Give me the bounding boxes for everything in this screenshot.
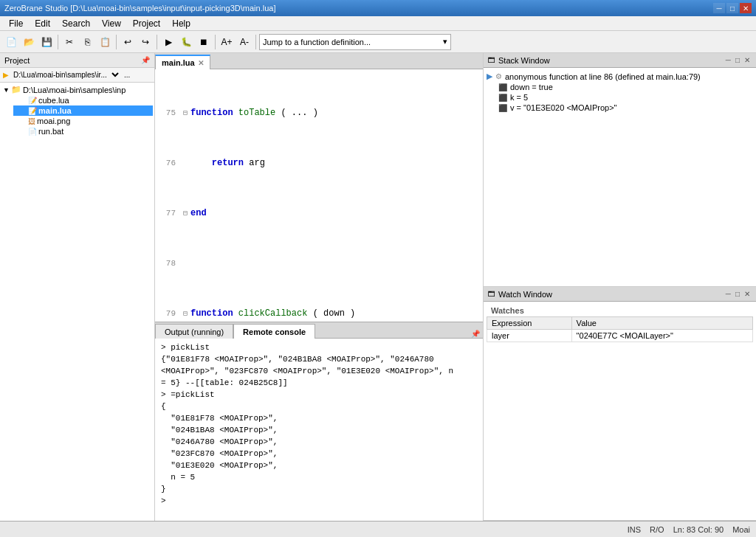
watch-close-button[interactable]: ✕ xyxy=(743,290,752,298)
output-line-1: {"01E81F78 <MOAIProp>", "024B1BA8 <MOAIP… xyxy=(161,353,477,377)
watch-maximize-button[interactable]: □ xyxy=(734,290,741,298)
copy-button[interactable]: ⎘ xyxy=(79,34,95,50)
tree-file-run[interactable]: 📄 run.bat xyxy=(13,126,153,136)
tab-main-lua[interactable]: main.lua ✕ xyxy=(155,55,210,69)
stack-item-label-1: down = true xyxy=(510,83,553,91)
output-line-4: { xyxy=(161,401,477,412)
output-content[interactable]: > pickList {"01E81F78 <MOAIProp>", "024B… xyxy=(155,339,483,521)
main-split: Project 📌 ▶ D:\Lua\moai-bin\samples\ir..… xyxy=(0,53,756,521)
stack-item-label-3: v = "01E3E020 <MOAIProp>" xyxy=(510,103,616,112)
font-inc-button[interactable]: A+ xyxy=(219,34,235,50)
project-path-more[interactable]: ... xyxy=(124,71,130,79)
code-line-75: 75 ⊟ function toTable ( ... ) xyxy=(158,107,480,119)
paste-button[interactable]: 📋 xyxy=(97,34,113,50)
redo-button[interactable]: ↪ xyxy=(137,34,154,50)
tree-file-label-main: main.lua xyxy=(38,106,72,115)
tree-file-cube[interactable]: 📝 cube.lua xyxy=(13,95,153,105)
toolbar-sep4 xyxy=(215,35,216,49)
stack-panel-header: 🗔 Stack Window ─ □ ✕ xyxy=(484,53,756,68)
menu-help[interactable]: Help xyxy=(166,17,196,30)
watch-label: Watches xyxy=(487,305,753,316)
toolbar-sep3 xyxy=(157,35,157,49)
output-panel: Output (running) Remote console 📌 > pick… xyxy=(155,322,483,521)
debug-button[interactable]: 🐛 xyxy=(178,34,194,50)
code-line-78: 78 xyxy=(158,257,480,270)
menu-view[interactable]: View xyxy=(96,17,127,30)
stack-item-label-0: anonymous function at line 86 (defined a… xyxy=(505,72,701,81)
undo-button[interactable]: ↩ xyxy=(120,34,136,50)
fold-icon-77[interactable]: ⊟ xyxy=(183,207,188,220)
maximize-button[interactable]: □ xyxy=(726,3,738,13)
stack-panel: 🗔 Stack Window ─ □ ✕ ▶ ⚙ anonymous funct… xyxy=(484,53,756,287)
font-dec-button[interactable]: A- xyxy=(236,34,252,50)
output-line-10: n = 5 xyxy=(161,471,477,483)
output-line-9: "01E3E020 <MOAIProp>", xyxy=(161,460,477,471)
output-line-11: } xyxy=(161,483,477,495)
output-pin-icon: 📌 xyxy=(471,330,480,338)
stack-panel-icon: 🗔 xyxy=(488,56,495,64)
stack-panel-title: Stack Window xyxy=(498,56,550,65)
status-ro: R/O xyxy=(650,525,664,534)
menu-search[interactable]: Search xyxy=(56,17,96,30)
tree-file-label-run: run.bat xyxy=(38,127,63,136)
output-line-8: "023FC870 <MOAIProp>", xyxy=(161,448,477,460)
cut-button[interactable]: ✂ xyxy=(61,34,78,50)
project-path: ▶ D:\Lua\moai-bin\samples\ir... ... xyxy=(0,68,154,83)
tab-main-lua-close[interactable]: ✕ xyxy=(198,59,204,67)
code-line-76: 76 return arg xyxy=(158,157,480,170)
stack-maximize-button[interactable]: □ xyxy=(734,56,741,64)
stack-item-3: ⬛ v = "01E3E020 <MOAIProp>" xyxy=(487,103,753,113)
run-button[interactable]: ▶ xyxy=(160,34,176,50)
output-tab-remote[interactable]: Remote console xyxy=(233,324,315,339)
tree-folder-icon: 📁 xyxy=(11,85,21,94)
titlebar-title: ZeroBrane Studio [D:\Lua\moai-bin\sample… xyxy=(4,4,275,13)
watch-panel-icon: 🗔 xyxy=(488,290,495,298)
menu-edit[interactable]: Edit xyxy=(29,17,56,30)
watch-panel-header: 🗔 Watch Window ─ □ ✕ xyxy=(484,287,756,302)
minimize-button[interactable]: ─ xyxy=(713,3,725,13)
stack-var-icon-2: ⬛ xyxy=(498,94,507,102)
project-tree: ▼ 📁 D:\Lua\moai-bin\samples\inp 📝 cube.l… xyxy=(0,83,154,521)
save-button[interactable]: 💾 xyxy=(38,34,55,50)
stack-close-button[interactable]: ✕ xyxy=(743,56,752,64)
watch-panel-header-left: 🗔 Watch Window xyxy=(488,290,552,299)
output-tab-running-label: Output (running) xyxy=(165,328,224,336)
output-line-0: > pickList xyxy=(161,342,477,353)
watch-col-expr: Expression xyxy=(487,317,572,330)
stack-panel-header-left: 🗔 Stack Window xyxy=(488,56,550,65)
watch-panel-title: Watch Window xyxy=(498,290,552,299)
titlebar-controls: ─ □ ✕ xyxy=(713,3,752,13)
toolbar-sep2 xyxy=(116,35,117,49)
output-header-right: 📌 xyxy=(471,330,480,338)
function-combo[interactable]: Jump to a function definition... ▾ xyxy=(259,34,451,50)
open-button[interactable]: 📂 xyxy=(21,34,37,50)
tree-file-icon-moai: 🖼 xyxy=(28,117,35,125)
fold-icon-79[interactable]: ⊟ xyxy=(183,308,188,320)
new-button[interactable]: 📄 xyxy=(3,34,19,50)
status-position: Ln: 83 Col: 90 xyxy=(673,525,724,534)
project-path-select[interactable]: D:\Lua\moai-bin\samples\ir... xyxy=(10,70,121,80)
stack-item-0: ▶ ⚙ anonymous function at line 86 (defin… xyxy=(487,71,753,82)
tree-file-label-moai: moai.png xyxy=(37,117,70,125)
stack-minimize-button[interactable]: ─ xyxy=(724,56,732,64)
output-tabs: Output (running) Remote console 📌 xyxy=(155,322,483,339)
output-tab-running[interactable]: Output (running) xyxy=(155,324,233,339)
tree-root-folder[interactable]: ▼ 📁 D:\Lua\moai-bin\samples\inp xyxy=(1,84,153,95)
tree-file-main[interactable]: 📝 main.lua xyxy=(13,105,153,116)
menu-file[interactable]: File xyxy=(3,17,29,30)
tree-file-moai[interactable]: 🖼 moai.png xyxy=(13,116,153,126)
stack-var-icon-1: ⬛ xyxy=(498,83,507,91)
stop-button[interactable]: ⏹ xyxy=(196,34,212,50)
stack-tree: ▶ ⚙ anonymous function at line 86 (defin… xyxy=(484,68,756,286)
menubar: File Edit Search View Project Help xyxy=(0,16,756,31)
watch-panel: 🗔 Watch Window ─ □ ✕ Watches Expres xyxy=(484,287,756,521)
watch-expr-0: layer xyxy=(487,330,572,342)
close-button[interactable]: ✕ xyxy=(740,3,752,13)
stack-var-icon-3: ⬛ xyxy=(498,104,507,112)
fold-icon-75[interactable]: ⊟ xyxy=(183,107,188,119)
output-line-6: "024B1BA8 <MOAIProp>", xyxy=(161,424,477,436)
code-editor[interactable]: 75 ⊟ function toTable ( ... ) 76 return … xyxy=(155,69,483,322)
stack-func-icon2: ⚙ xyxy=(495,72,502,80)
menu-project[interactable]: Project xyxy=(127,17,166,30)
watch-minimize-button[interactable]: ─ xyxy=(724,290,732,298)
